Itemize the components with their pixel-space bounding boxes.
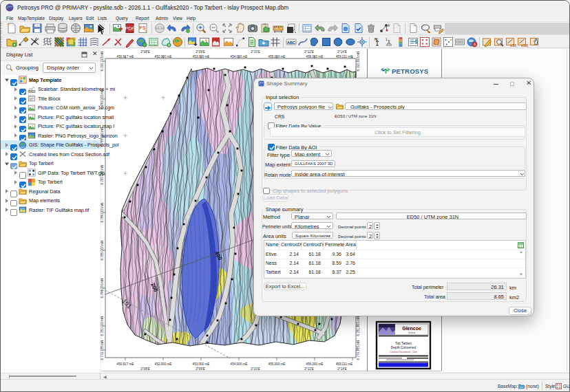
svg-text:2°12'E: 2°12'E bbox=[304, 50, 313, 54]
svg-text:400: 400 bbox=[213, 250, 223, 261]
svg-text:PS: PS bbox=[139, 25, 146, 30]
svg-text:STOP: STOP bbox=[156, 27, 164, 30]
svg-text:Depth Converted: Depth Converted bbox=[391, 346, 416, 349]
svg-text:6.779.785 mN: 6.779.785 mN bbox=[357, 340, 360, 360]
svg-text:Scotland: Scotland bbox=[408, 331, 416, 334]
svg-text:Contour Increment : 10m: Contour Increment : 10m bbox=[390, 351, 417, 353]
svg-text:2°09'E: 2°09'E bbox=[196, 50, 204, 54]
svg-text:ABC: ABC bbox=[287, 41, 295, 45]
svg-text:2°09'E: 2°09'E bbox=[196, 367, 204, 371]
svg-text:453.000 mE: 453.000 mE bbox=[193, 362, 210, 366]
svg-text:A: A bbox=[388, 23, 390, 28]
svg-text:459.211 mE: 459.211 mE bbox=[336, 362, 352, 366]
svg-text:2°10'E: 2°10'E bbox=[251, 367, 260, 371]
svg-text:456.000 mE: 456.000 mE bbox=[306, 55, 324, 58]
svg-text:456.000 mE: 456.000 mE bbox=[306, 362, 324, 366]
svg-text:450.917 mE: 450.917 mE bbox=[117, 55, 134, 58]
svg-text:454.000 mE: 454.000 mE bbox=[231, 55, 248, 58]
svg-text:2°08'E: 2°08'E bbox=[140, 367, 149, 371]
svg-text:6.779.785 mN: 6.779.785 mN bbox=[101, 340, 104, 360]
svg-text:101: 101 bbox=[121, 298, 133, 310]
svg-text:6.785.000 mN: 6.785.000 mN bbox=[101, 241, 104, 261]
svg-text:2°10'E: 2°10'E bbox=[251, 50, 260, 54]
svg-text:x10: x10 bbox=[510, 43, 516, 47]
svg-text:453.000 mE: 453.000 mE bbox=[193, 55, 210, 58]
svg-text:6.786.000 mN: 6.786.000 mN bbox=[101, 203, 104, 223]
svg-text:x100: x100 bbox=[521, 43, 528, 47]
svg-text:452.000 mE: 452.000 mE bbox=[155, 362, 172, 366]
svg-text:Glencoe: Glencoe bbox=[402, 326, 421, 331]
svg-text:455.000 mE: 455.000 mE bbox=[268, 55, 286, 58]
svg-text:450.917 mE: 450.917 mE bbox=[117, 362, 134, 366]
svg-text:454.000 mE: 454.000 mE bbox=[231, 362, 248, 366]
svg-text:1.: 1. bbox=[386, 37, 388, 41]
svg-text:PETROSYS: PETROSYS bbox=[392, 67, 428, 75]
svg-text:6.781.000 mN: 6.781.000 mN bbox=[357, 316, 360, 336]
svg-text:6.790.193 mN: 6.790.193 mN bbox=[357, 52, 360, 72]
svg-text:455.000 mE: 455.000 mE bbox=[268, 362, 286, 366]
svg-text:2°14'E: 2°14'E bbox=[337, 367, 346, 371]
svg-text:Top Tarbert: Top Tarbert bbox=[395, 342, 412, 345]
svg-text:2°08'E: 2°08'E bbox=[140, 50, 149, 54]
svg-text:2°14'E: 2°14'E bbox=[337, 50, 346, 54]
svg-text:6.781.000 mN: 6.781.000 mN bbox=[101, 316, 104, 336]
svg-text:2°12'E: 2°12'E bbox=[304, 367, 313, 371]
svg-text:459.211 mE: 459.211 mE bbox=[336, 55, 352, 58]
svg-text:6.790.193 mN: 6.790.193 mN bbox=[101, 52, 104, 72]
svg-text:PDF: PDF bbox=[125, 26, 135, 31]
svg-text:452.000 mE: 452.000 mE bbox=[155, 55, 172, 58]
svg-text:200: 200 bbox=[149, 282, 159, 293]
svg-text:6.784.000 mN: 6.784.000 mN bbox=[101, 279, 104, 298]
